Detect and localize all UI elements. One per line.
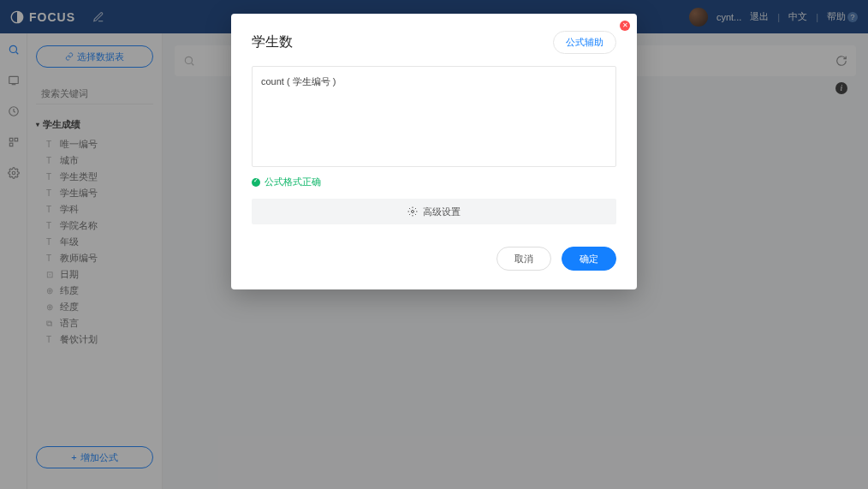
- modal-header: 学生数 公式辅助: [252, 31, 616, 54]
- close-icon[interactable]: ✕: [620, 21, 630, 31]
- formula-helper-button[interactable]: 公式辅助: [553, 31, 616, 54]
- validation-text: 公式格式正确: [265, 176, 321, 188]
- svg-point-9: [412, 211, 414, 213]
- formula-modal: ✕ 学生数 公式辅助 count ( 学生编号 ) 公式格式正确 高级设置 取消…: [231, 14, 637, 289]
- modal-footer: 取消 确定: [252, 247, 616, 271]
- check-icon: [252, 178, 260, 187]
- formula-text: count ( 学生编号 ): [261, 76, 336, 86]
- gear-icon: [407, 206, 418, 217]
- validation-message: 公式格式正确: [252, 176, 616, 188]
- cancel-button[interactable]: 取消: [496, 247, 551, 271]
- modal-title: 学生数: [252, 33, 293, 51]
- advanced-label: 高级设置: [423, 206, 461, 218]
- advanced-settings-button[interactable]: 高级设置: [252, 199, 616, 224]
- formula-input[interactable]: count ( 学生编号 ): [252, 66, 616, 167]
- confirm-button[interactable]: 确定: [562, 247, 616, 271]
